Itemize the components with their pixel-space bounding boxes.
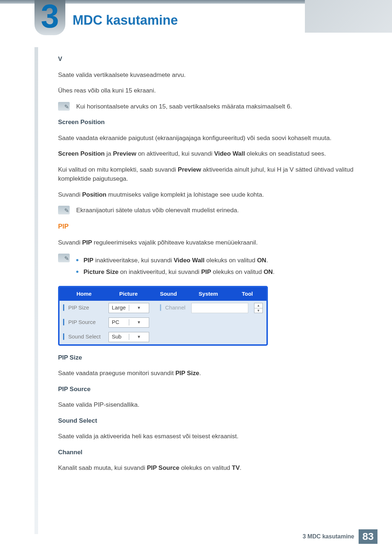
heading-v: V (58, 54, 356, 64)
tab-tool[interactable]: Tool (228, 287, 266, 301)
chapter-badge: 3 (34, 0, 65, 35)
heading-screen-position: Screen Position (58, 118, 356, 127)
tab-bar: Home Picture Sound System Tool (60, 287, 266, 301)
ui-figure: Home Picture Sound System Tool PIP Size … (58, 286, 268, 346)
label-channel: Channel (160, 304, 185, 312)
heading-channel: Channel (58, 448, 356, 457)
select-sound-select[interactable]: Sub▼ (109, 332, 149, 342)
input-channel[interactable] (191, 303, 248, 313)
heading-pip-size: PIP Size (58, 353, 356, 362)
bullet: Picture Size on inaktiveeritud, kui suva… (76, 267, 356, 277)
spinner-channel[interactable]: ▲▼ (254, 303, 263, 313)
label-sound-select: Sound Select (63, 333, 105, 341)
chevron-down-icon: ▼ (129, 305, 149, 311)
note-text: Kui horisontaalsete arvuks on 15, saab v… (76, 102, 292, 111)
heading-sound-select: Sound Select (58, 416, 356, 426)
body-text: Saate valida PIP-sisendallika. (58, 400, 356, 410)
section-pip: PIP (58, 222, 356, 231)
body-text: Saate valida vertikaalsete kuvaseadmete … (58, 70, 356, 80)
select-pip-source[interactable]: PC▼ (109, 317, 149, 328)
heading-pip-source: PIP Source (58, 385, 356, 394)
note: Ekraanijaoturi sätete ulatus võib olenev… (58, 206, 356, 215)
note-icon (58, 254, 70, 262)
tab-picture[interactable]: Picture (109, 287, 148, 301)
body-text: Kanalit saab muuta, kui suvandi PIP Sour… (58, 463, 356, 473)
tab-sound[interactable]: Sound (148, 287, 188, 301)
note-text: Ekraanijaoturi sätete ulatus võib olenev… (76, 206, 239, 215)
chevron-up-icon: ▲ (254, 303, 262, 308)
page: 3 MDC kasutamine V Saate valida vertikaa… (0, 0, 392, 554)
chapter-number: 3 (41, 0, 59, 33)
note: Kui horisontaalsete arvuks on 15, saab v… (58, 102, 356, 111)
page-number: 83 (359, 529, 377, 544)
body-text: Saate vaadata ekraanide paigutust (ekraa… (58, 134, 356, 143)
body-text: Saate valida ja aktiveerida heli kas esm… (58, 432, 356, 441)
body-text: Ühes reas võib olla kuni 15 ekraani. (58, 86, 356, 95)
tab-home[interactable]: Home (60, 287, 109, 301)
label-pip-size: PIP Size (63, 304, 105, 312)
chevron-down-icon: ▼ (254, 308, 262, 313)
chevron-down-icon: ▼ (129, 319, 149, 325)
chevron-down-icon: ▼ (129, 334, 149, 340)
note-icon (58, 102, 70, 111)
chapter-title: MDC kasutamine (73, 13, 178, 28)
bullet: PIP inaktiveeritakse, kui suvandi Video … (76, 256, 356, 265)
body-text: Screen Position ja Preview on aktiveerit… (58, 149, 356, 159)
page-header: 3 MDC kasutamine (0, 0, 392, 47)
body-text: Saate vaadata praeguse monitori suvandit… (58, 369, 356, 378)
tab-system[interactable]: System (188, 287, 228, 301)
note-icon (58, 206, 70, 214)
body-text: Suvandi PIP reguleerimiseks vajalik põhi… (58, 238, 356, 247)
select-pip-size[interactable]: Large▼ (109, 303, 149, 313)
label-pip-source: PIP Source (63, 318, 105, 327)
content: V Saate valida vertikaalsete kuvaseadmet… (58, 54, 356, 473)
body-text: Suvandi Position muutmiseks valige kompl… (58, 190, 356, 200)
footer: 3 MDC kasutamine 83 (303, 529, 377, 544)
body-text: Kui valitud on mitu komplekti, saab suva… (58, 165, 356, 184)
note: PIP inaktiveeritakse, kui suvandi Video … (58, 254, 356, 279)
footer-text: 3 MDC kasutamine (303, 533, 359, 540)
